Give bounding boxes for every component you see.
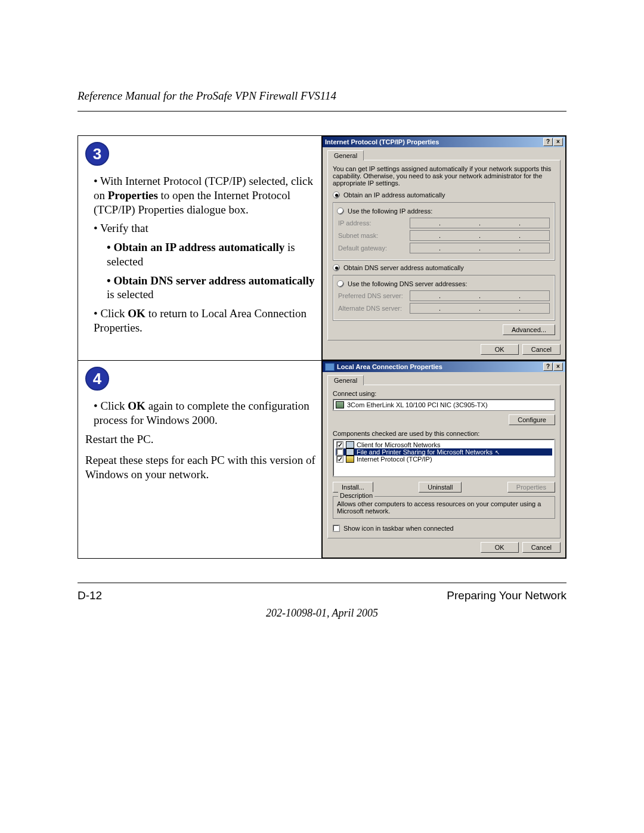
close-icon[interactable]: ×	[553, 363, 563, 371]
cursor-icon: ↖	[495, 449, 500, 456]
list-item-client-label: Client for Microsoft Networks	[357, 441, 441, 448]
step4-b1-bold: OK	[128, 400, 145, 412]
description-legend: Description	[338, 492, 374, 499]
subnet-mask-input: ...	[410, 230, 550, 241]
section-title: Preparing Your Network	[447, 589, 566, 602]
ok-button[interactable]: OK	[481, 344, 519, 355]
page-number: D-12	[78, 589, 102, 602]
radio-ip-manual[interactable]: Use the following IP address:	[337, 208, 435, 215]
ip-address-input: ...	[410, 218, 550, 228]
radio-ip-auto-label: Obtain an IP address automatically	[343, 191, 445, 199]
step3-b2: Verify that	[100, 222, 148, 234]
radio-icon	[337, 208, 344, 215]
step3-b1-bold: Properties	[108, 189, 158, 202]
gateway-label: Default gateway:	[338, 244, 410, 252]
show-icon-checkbox-row[interactable]: Show icon in taskbar when connected	[333, 525, 555, 532]
step3-b2a-bold: Obtain an IP address automatically	[113, 241, 284, 253]
adns-input: ...	[410, 303, 550, 314]
connect-using-label: Connect using:	[333, 390, 555, 397]
step3-b2b-post: is selected	[107, 288, 154, 301]
list-item-tcpip-label: Internet Protocol (TCP/IP)	[357, 456, 432, 463]
lan-icon	[325, 363, 335, 371]
step3-b2b-bold: Obtain DNS server address automatically	[113, 274, 314, 287]
tcpip-dialog: Internet Protocol (TCP/IP) Properties ? …	[322, 136, 566, 360]
close-icon[interactable]: ×	[553, 138, 563, 146]
tab-general[interactable]: General	[327, 150, 364, 160]
adapter-field: 3Com EtherLink XL 10/100 PCI NIC (3C905-…	[333, 399, 555, 411]
checkbox-icon[interactable]	[333, 525, 340, 532]
radio-dns-manual[interactable]: Use the following DNS server addresses:	[337, 280, 470, 287]
ok-button[interactable]: OK	[481, 542, 519, 553]
radio-icon	[333, 191, 340, 199]
lac-title: Local Area Connection Properties	[325, 363, 543, 371]
radio-icon	[333, 264, 340, 271]
help-icon[interactable]: ?	[543, 363, 553, 371]
properties-button[interactable]: Properties	[507, 482, 555, 493]
pdns-input: ...	[410, 290, 550, 301]
nic-icon	[336, 401, 344, 408]
step-3-badge: 3	[85, 142, 109, 166]
lac-dialog: Local Area Connection Properties ? × Gen…	[322, 361, 566, 558]
step3-b3-bold: OK	[128, 307, 145, 320]
uninstall-button[interactable]: Uninstall	[419, 482, 462, 493]
step4-p1: Restart the PC.	[85, 432, 315, 447]
step-3-instructions: With Internet Protocol (TCP/IP) selected…	[78, 174, 321, 345]
protocol-icon	[346, 456, 354, 463]
step3-b3-pre: Click	[100, 307, 128, 320]
radio-dns-auto-label: Obtain DNS server address automatically	[343, 264, 464, 271]
help-icon[interactable]: ?	[543, 138, 553, 146]
configure-button[interactable]: Configure	[509, 414, 555, 425]
doc-id: 202-10098-01, April 2005	[78, 607, 566, 620]
checkbox-icon[interactable]	[336, 441, 343, 448]
list-item-file-sharing[interactable]: File and Printer Sharing for Microsoft N…	[336, 448, 552, 456]
page-header: Reference Manual for the ProSafe VPN Fir…	[78, 89, 566, 112]
description-text: Allows other computers to access resourc…	[337, 500, 541, 515]
adns-label: Alternate DNS server:	[338, 305, 410, 312]
radio-ip-manual-label: Use the following IP address:	[348, 208, 432, 215]
step-4-badge: 4	[85, 367, 109, 391]
lac-title-text: Local Area Connection Properties	[337, 363, 442, 370]
cancel-button[interactable]: Cancel	[522, 542, 561, 553]
share-icon	[346, 448, 354, 456]
step-4-instructions: Click OK again to complete the configura…	[78, 399, 321, 487]
ip-address-label: IP address:	[338, 219, 410, 227]
description-box: Description Allows other computers to ac…	[333, 496, 555, 519]
cancel-button[interactable]: Cancel	[522, 344, 561, 355]
radio-dns-auto[interactable]: Obtain DNS server address automatically	[333, 264, 555, 271]
step4-p2: Repeat these steps for each PC with this…	[85, 453, 315, 482]
subnet-mask-label: Subnet mask:	[338, 232, 410, 239]
tab-general[interactable]: General	[327, 375, 364, 385]
components-listbox[interactable]: Client for Microsoft Networks File and P…	[333, 439, 555, 477]
list-item-file-sharing-label: File and Printer Sharing for Microsoft N…	[357, 448, 493, 456]
radio-icon	[337, 280, 344, 287]
pdns-label: Preferred DNS server:	[338, 292, 410, 299]
adapter-name: 3Com EtherLink XL 10/100 PCI NIC (3C905-…	[347, 401, 488, 408]
tcpip-title: Internet Protocol (TCP/IP) Properties	[325, 138, 543, 145]
install-button[interactable]: Install...	[333, 482, 373, 493]
client-icon	[346, 441, 354, 448]
tcpip-intro: You can get IP settings assigned automat…	[333, 165, 555, 187]
checkbox-icon[interactable]	[336, 456, 343, 463]
list-item-client[interactable]: Client for Microsoft Networks	[336, 441, 552, 448]
advanced-button[interactable]: Advanced...	[503, 324, 555, 335]
checkbox-icon[interactable]	[336, 448, 343, 456]
step4-b1-pre: Click	[100, 400, 128, 412]
show-icon-label: Show icon in taskbar when connected	[343, 525, 454, 532]
radio-dns-manual-label: Use the following DNS server addresses:	[348, 280, 467, 287]
gateway-input: ...	[410, 243, 550, 253]
radio-ip-auto[interactable]: Obtain an IP address automatically	[333, 191, 555, 199]
components-label: Components checked are used by this conn…	[333, 430, 555, 437]
list-item-tcpip[interactable]: Internet Protocol (TCP/IP)	[336, 456, 552, 463]
